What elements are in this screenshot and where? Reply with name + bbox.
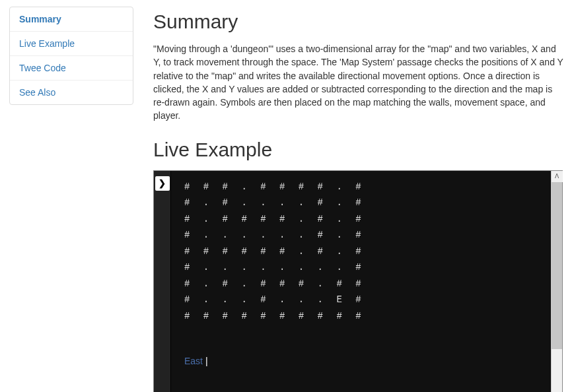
- sidebar-item-summary[interactable]: Summary: [10, 7, 133, 32]
- separator-text: |: [205, 356, 208, 366]
- sidebar-nav: Summary Live Example Twee Code See Also: [9, 7, 133, 105]
- sidebar-item-twee-code[interactable]: Twee Code: [10, 56, 133, 81]
- east-link[interactable]: East: [184, 356, 203, 366]
- direction-row: East |: [184, 356, 538, 366]
- main-content: Summary "Moving through a 'dungeon'" use…: [133, 7, 565, 385]
- scrollbar[interactable]: ᐱ ᐯ: [551, 171, 562, 392]
- scroll-thumb[interactable]: [552, 182, 562, 349]
- summary-text: "Moving through a 'dungeon'" uses a two-…: [153, 42, 565, 123]
- expand-icon[interactable]: ❯: [155, 176, 170, 191]
- dungeon-map: # # # . # # # # . # # . # . . . . # . # …: [184, 179, 538, 325]
- sidebar-item-see-also[interactable]: See Also: [10, 81, 133, 104]
- scroll-up-icon[interactable]: ᐱ: [552, 171, 563, 182]
- sidebar-item-live-example[interactable]: Live Example: [10, 32, 133, 56]
- summary-heading: Summary: [153, 11, 565, 33]
- scroll-track[interactable]: [552, 182, 562, 392]
- live-example-heading: Live Example: [153, 139, 565, 161]
- live-example-frame: ❯ # # # . # # # # . # # . # . . . . # . …: [153, 170, 563, 392]
- frame-content: # # # . # # # # . # # . # . . . . # . # …: [171, 171, 551, 392]
- frame-sidebar: ❯: [154, 171, 171, 392]
